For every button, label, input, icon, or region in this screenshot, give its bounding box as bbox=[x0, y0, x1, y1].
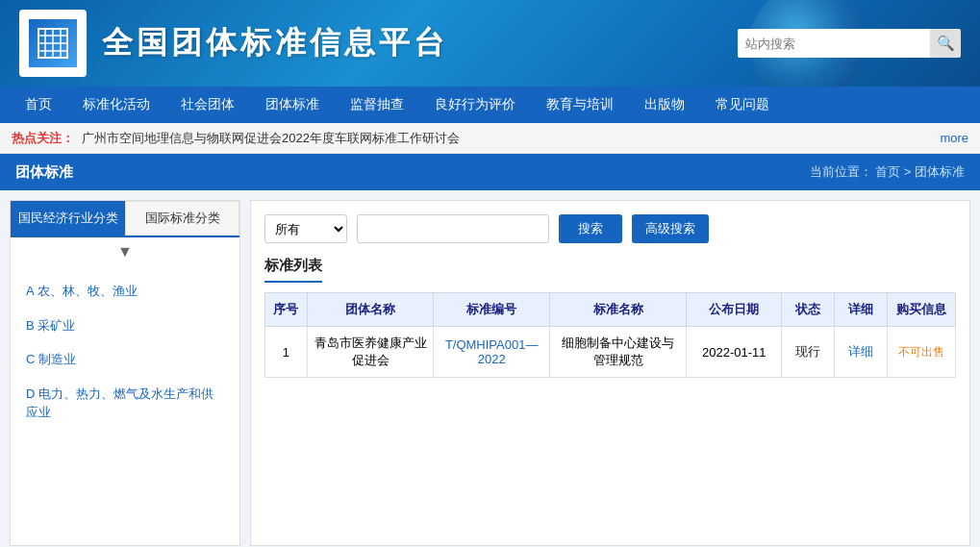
header: 全国团体标准信息平台 🔍 bbox=[0, 0, 980, 87]
th-org: 团体名称 bbox=[307, 293, 434, 327]
sidebar-arrow: ▼ bbox=[11, 237, 239, 266]
main-nav: 首页 标准化活动 社会团体 团体标准 监督抽查 良好行为评价 教育与培训 出版物… bbox=[0, 87, 980, 123]
cell-date: 2022-01-11 bbox=[687, 327, 782, 378]
section-title: 标准列表 bbox=[264, 257, 322, 283]
header-search-area: 🔍 bbox=[738, 29, 961, 58]
page-title-bar: 团体标准 当前位置： 首页 > 团体标准 bbox=[0, 154, 980, 190]
sidebar-item-mining[interactable]: B 采矿业 bbox=[11, 309, 239, 343]
tab-national-industry[interactable]: 国民经济行业分类 bbox=[11, 201, 125, 236]
search-category-select[interactable]: 所有 团体名称 标准编号 标准名称 bbox=[264, 214, 347, 243]
nav-item-publications[interactable]: 出版物 bbox=[629, 87, 700, 123]
breadcrumb-path: 首页 > 团体标准 bbox=[875, 164, 965, 179]
search-input[interactable] bbox=[357, 214, 549, 243]
right-panel: 所有 团体名称 标准编号 标准名称 搜索 高级搜索 标准列表 序号 团体名称 标… bbox=[250, 200, 970, 546]
sidebar-item-manufacturing[interactable]: C 制造业 bbox=[11, 342, 239, 377]
cell-code[interactable]: T/QMHIPA001—2022 bbox=[434, 327, 550, 378]
logo bbox=[19, 10, 87, 77]
nav-item-supervision[interactable]: 监督抽查 bbox=[335, 87, 419, 123]
nav-item-faq[interactable]: 常见问题 bbox=[700, 87, 785, 123]
sidebar-list: A 农、林、牧、渔业 B 采矿业 C 制造业 D 电力、热力、燃气及水生产和供应… bbox=[11, 266, 239, 437]
site-title: 全国团体标准信息平台 bbox=[102, 22, 738, 64]
cell-status: 现行 bbox=[782, 327, 835, 378]
breadcrumb: 当前位置： 首页 > 团体标准 bbox=[810, 163, 965, 181]
nav-item-evaluation[interactable]: 良好行为评价 bbox=[419, 87, 531, 123]
breadcrumb-label: 当前位置： bbox=[810, 164, 872, 179]
logo-inner bbox=[29, 19, 77, 67]
sidebar: 国民经济行业分类 国际标准分类 ▼ A 农、林、牧、渔业 B 采矿业 C 制造业… bbox=[10, 200, 240, 546]
th-detail: 详细 bbox=[834, 293, 887, 327]
nav-item-education[interactable]: 教育与培训 bbox=[531, 87, 629, 123]
table-row: 1 青岛市医养健康产业促进会 T/QMHIPA001—2022 细胞制备中心建设… bbox=[265, 327, 956, 378]
th-buy: 购买信息 bbox=[887, 293, 955, 327]
th-status: 状态 bbox=[782, 293, 835, 327]
th-name: 标准名称 bbox=[549, 293, 687, 327]
nav-item-social-org[interactable]: 社会团体 bbox=[165, 87, 250, 123]
standards-table: 序号 团体名称 标准编号 标准名称 公布日期 状态 详细 购买信息 1 青岛市医… bbox=[264, 292, 956, 378]
header-search-input[interactable] bbox=[738, 29, 930, 58]
search-bar: 所有 团体名称 标准编号 标准名称 搜索 高级搜索 bbox=[264, 214, 956, 243]
cell-detail[interactable]: 详细 bbox=[834, 327, 887, 378]
th-date: 公布日期 bbox=[687, 293, 782, 327]
th-seq: 序号 bbox=[265, 293, 308, 327]
search-icon: 🔍 bbox=[937, 35, 955, 52]
search-button[interactable]: 搜索 bbox=[559, 214, 622, 243]
nav-item-home[interactable]: 首页 bbox=[10, 87, 67, 123]
hot-content[interactable]: 广州市空间地理信息与物联网促进会2022年度车联网标准工作研讨会 bbox=[82, 130, 940, 147]
nav-item-group-standard[interactable]: 团体标准 bbox=[250, 87, 335, 123]
advanced-search-button[interactable]: 高级搜索 bbox=[632, 214, 709, 243]
th-code: 标准编号 bbox=[434, 293, 550, 327]
logo-icon bbox=[34, 24, 72, 62]
cell-name: 细胞制备中心建设与管理规范 bbox=[549, 327, 687, 378]
sidebar-item-energy[interactable]: D 电力、热力、燃气及水生产和供应业 bbox=[11, 377, 239, 430]
main-content: 国民经济行业分类 国际标准分类 ▼ A 农、林、牧、渔业 B 采矿业 C 制造业… bbox=[0, 190, 980, 547]
hot-news-bar: 热点关注： 广州市空间地理信息与物联网促进会2022年度车联网标准工作研讨会 m… bbox=[0, 123, 980, 154]
hot-more-link[interactable]: more bbox=[940, 131, 968, 145]
nav-item-standardization[interactable]: 标准化活动 bbox=[67, 87, 165, 123]
cell-seq: 1 bbox=[265, 327, 308, 378]
tab-international-standard[interactable]: 国际标准分类 bbox=[125, 201, 239, 236]
header-search-button[interactable]: 🔍 bbox=[930, 29, 961, 58]
hot-label: 热点关注： bbox=[12, 130, 74, 147]
table-header-row: 序号 团体名称 标准编号 标准名称 公布日期 状态 详细 购买信息 bbox=[265, 293, 956, 327]
cell-buy: 不可出售 bbox=[887, 327, 955, 378]
page-title: 团体标准 bbox=[15, 163, 73, 182]
cell-org: 青岛市医养健康产业促进会 bbox=[307, 327, 434, 378]
sidebar-tabs: 国民经济行业分类 国际标准分类 bbox=[11, 201, 239, 237]
sidebar-item-agriculture[interactable]: A 农、林、牧、渔业 bbox=[11, 274, 239, 309]
